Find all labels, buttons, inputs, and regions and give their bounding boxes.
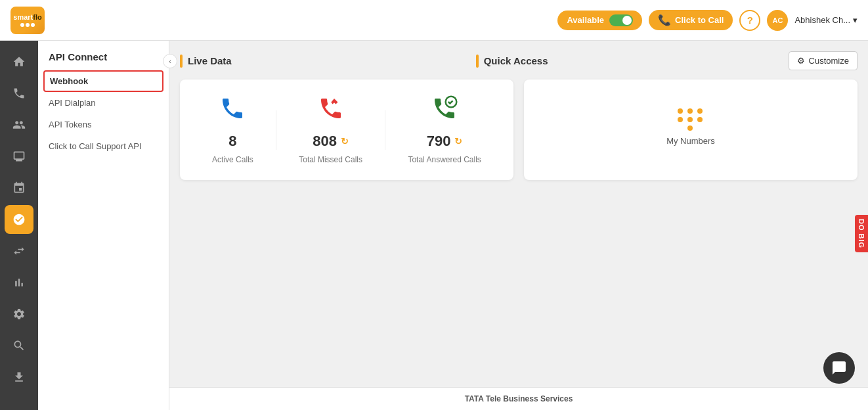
missed-calls-icon <box>318 95 344 127</box>
avatar: AC <box>767 10 788 31</box>
footer: TATA Tele Business Services <box>169 387 868 410</box>
sub-sidebar: API Connect Webhook API Dialplan API Tok… <box>38 41 169 410</box>
collapse-sidebar-button[interactable]: ‹ <box>163 54 177 68</box>
missed-calls-refresh[interactable]: ↻ <box>341 136 349 147</box>
section-bar-live <box>180 55 183 68</box>
available-button[interactable]: Available <box>557 11 642 30</box>
quick-access-section-title: Quick Access <box>476 55 548 68</box>
logo: smartflo <box>11 7 45 34</box>
live-data-card: 8 Active Calls 808 ↻ <box>180 80 513 180</box>
sidebar-item-transfer[interactable] <box>5 237 33 265</box>
chevron-down-icon: ▾ <box>853 15 857 25</box>
sidebar-item-webhook[interactable]: Webhook <box>43 70 163 92</box>
sidebar-item-api-tokens[interactable]: API Tokens <box>38 114 169 135</box>
sidebar-item-search[interactable] <box>5 331 33 360</box>
my-numbers-icon <box>678 108 704 131</box>
stat-missed-calls: 808 ↻ Total Missed Calls <box>299 95 362 164</box>
answered-calls-label: Total Answered Calls <box>408 155 481 164</box>
sidebar-item-flow[interactable] <box>5 173 33 202</box>
phone-icon: 📞 <box>658 14 671 26</box>
sidebar-item-download[interactable] <box>5 363 33 392</box>
sidebar-item-contacts[interactable] <box>5 110 33 139</box>
available-toggle[interactable] <box>609 14 633 26</box>
logo-box: smartflo <box>11 7 45 34</box>
stat-divider-2 <box>385 110 385 150</box>
my-numbers-label: My Numbers <box>666 136 715 146</box>
chat-bubble-button[interactable] <box>823 352 855 384</box>
answered-calls-value: 790 ↻ <box>427 133 463 150</box>
sidebar-item-click-to-call-api[interactable]: Click to Call Support API <box>38 135 169 157</box>
sidebar-item-home[interactable] <box>5 47 33 76</box>
active-calls-label: Active Calls <box>212 155 253 164</box>
stats-row: 8 Active Calls 808 ↻ <box>201 95 492 164</box>
stat-divider-1 <box>276 110 276 150</box>
click-to-call-button[interactable]: 📞 Click to Call <box>649 10 733 30</box>
help-button[interactable]: ? <box>739 10 760 31</box>
stat-answered-calls: 790 ↻ Total Answered Calls <box>408 95 481 164</box>
click-to-call-label: Click to Call <box>675 15 724 25</box>
answered-calls-icon <box>431 95 458 127</box>
active-calls-icon <box>219 95 246 127</box>
missed-calls-value: 808 ↻ <box>313 133 349 150</box>
sidebar-item-reports[interactable] <box>5 268 33 297</box>
help-icon: ? <box>747 14 753 26</box>
stat-active-calls: 8 Active Calls <box>212 95 253 164</box>
sub-sidebar-title: API Connect <box>38 51 169 70</box>
content-grid: 8 Active Calls 808 ↻ <box>180 80 857 180</box>
top-bar: Live Data Quick Access ⚙ Customize <box>180 51 857 70</box>
sidebar-item-api[interactable] <box>5 205 33 234</box>
available-label: Available <box>567 15 604 25</box>
live-data-section-title: Live Data <box>180 55 232 68</box>
missed-calls-label: Total Missed Calls <box>299 155 362 164</box>
do-big-badge[interactable]: DO BIG <box>855 215 868 252</box>
header: smartflo Available 📞 Click to Call ? AC … <box>0 0 868 41</box>
main-content: Live Data Quick Access ⚙ Customize <box>169 41 868 410</box>
customize-button[interactable]: ⚙ Customize <box>789 51 857 70</box>
sidebar-item-api-dialplan[interactable]: API Dialplan <box>38 92 169 114</box>
header-right: Available 📞 Click to Call ? AC Abhishek … <box>557 10 857 31</box>
logo-text: smartflo <box>13 13 41 21</box>
my-numbers-item[interactable]: My Numbers <box>537 93 844 162</box>
sidebar-item-phone[interactable] <box>5 79 33 108</box>
sidebar-item-settings[interactable] <box>5 300 33 329</box>
user-name-dropdown[interactable]: Abhishek Ch... ▾ <box>794 15 857 25</box>
quick-access-card: My Numbers <box>524 80 857 180</box>
sidebar <box>0 41 38 410</box>
sidebar-item-monitor[interactable] <box>5 142 33 171</box>
active-calls-value: 8 <box>228 133 236 150</box>
gear-icon: ⚙ <box>797 56 805 66</box>
section-bar-quick <box>476 55 479 68</box>
answered-calls-refresh[interactable]: ↻ <box>454 136 462 147</box>
